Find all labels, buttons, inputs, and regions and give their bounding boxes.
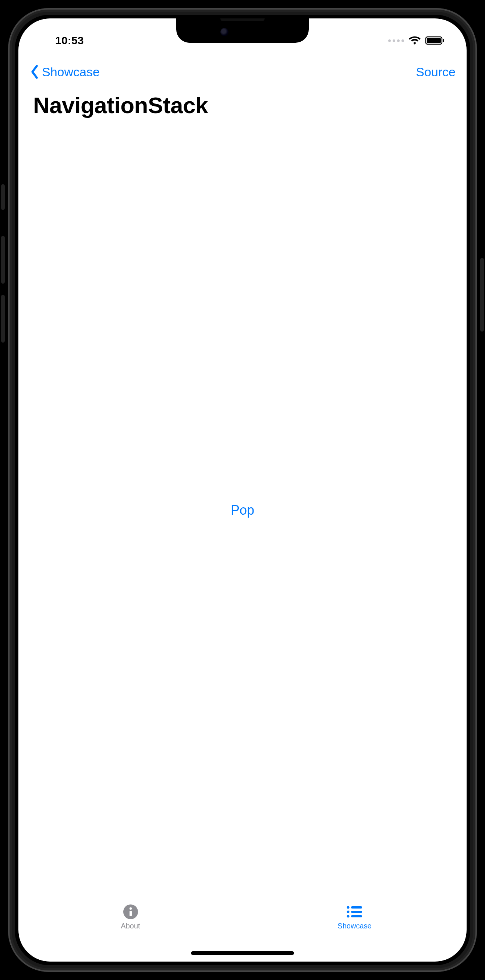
home-indicator[interactable]	[191, 951, 294, 955]
svg-point-6	[347, 906, 349, 909]
status-right-cluster	[388, 36, 448, 45]
device-bezel: 10:53	[15, 15, 470, 965]
list-bullet-icon	[346, 904, 364, 920]
device-speaker	[220, 18, 265, 21]
device-volume-up	[1, 236, 5, 284]
back-button[interactable]: Showcase	[29, 64, 100, 80]
svg-rect-2	[443, 39, 444, 42]
screen: 10:53	[18, 18, 467, 962]
cellular-dots-icon	[388, 40, 404, 42]
tab-bar: About Showcase	[18, 899, 467, 962]
device-silence-switch	[1, 184, 5, 210]
svg-rect-9	[351, 911, 362, 913]
svg-rect-5	[130, 911, 132, 916]
battery-icon	[425, 36, 445, 45]
status-time: 10:53	[37, 34, 84, 47]
pop-button[interactable]: Pop	[231, 503, 254, 518]
chevron-left-icon	[29, 64, 40, 80]
tab-showcase-label: Showcase	[338, 922, 371, 930]
navigation-bar: Showcase Source	[18, 55, 467, 88]
svg-point-10	[347, 915, 349, 918]
source-button[interactable]: Source	[416, 65, 456, 79]
wifi-icon	[409, 36, 421, 45]
back-button-label: Showcase	[42, 65, 100, 79]
pop-button-label: Pop	[231, 503, 254, 518]
tab-about[interactable]: About	[18, 904, 242, 930]
device-frame: 10:53	[8, 8, 477, 972]
info-circle-icon	[123, 904, 138, 920]
device-volume-down	[1, 295, 5, 343]
svg-point-4	[129, 907, 132, 910]
tab-showcase[interactable]: Showcase	[242, 904, 467, 930]
svg-rect-11	[351, 915, 362, 917]
svg-rect-7	[351, 906, 362, 908]
page-title: NavigationStack	[18, 88, 467, 121]
content-area: Pop	[18, 121, 467, 899]
svg-rect-1	[427, 38, 441, 43]
source-button-label: Source	[416, 65, 456, 79]
svg-point-8	[347, 911, 349, 913]
device-notch	[176, 18, 309, 43]
tab-about-label: About	[121, 922, 140, 930]
device-side-button	[480, 258, 484, 332]
